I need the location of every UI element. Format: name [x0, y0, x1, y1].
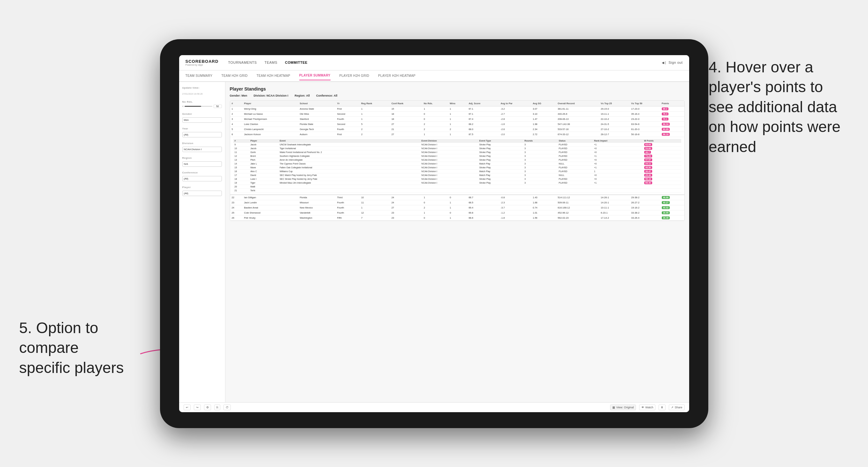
w-points-badge[interactable]: 30.47: [644, 170, 652, 173]
filters-row: Gender: Men Division: NCAA Division I Re…: [230, 94, 685, 97]
points-badge[interactable]: 68.18: [662, 133, 670, 136]
table-row: 4 Luke Clanton Florida State Second 5 27…: [230, 121, 684, 127]
filter-region: Region: All: [294, 94, 310, 97]
list-item: 16 Alex C Williams Cup NCAA Division I M…: [233, 169, 681, 173]
region-select[interactable]: N/A: [182, 161, 222, 167]
filter-button[interactable]: ⚙: [204, 405, 211, 410]
logo-area: SCOREBOARD Powered by clippi: [186, 59, 219, 66]
sidebar-player: Player (All): [182, 186, 222, 196]
conference-select[interactable]: (All): [182, 176, 222, 181]
nav-teams[interactable]: TEAMS: [265, 59, 277, 66]
toolbar: ↩ ↪ ⚙ ⎘ ⏱ ▦ View: Original 👁 Watch ⬇ ↗ S…: [179, 402, 689, 412]
col-vs25: Vs Top 25: [599, 101, 630, 106]
tablet-frame: SCOREBOARD Powered by clippi TOURNAMENTS…: [160, 39, 708, 428]
w-points-badge[interactable]: 25.36: [644, 174, 652, 177]
standings-table-wrapper: # Player School Yr Reg Rank Conf Rank No…: [230, 100, 685, 221]
w-points-badge[interactable]: 45.50: [644, 166, 652, 169]
year-select[interactable]: (All): [182, 132, 222, 137]
points-badge[interactable]: 48.68: [662, 196, 670, 199]
subnav-player-h2h-heatmap[interactable]: PLAYER H2H HEATMAP: [378, 71, 415, 80]
points-badge[interactable]: 88.2: [662, 107, 669, 110]
hover-popup-row: # Player Event Event Division Event Type…: [230, 137, 684, 195]
view-original-button[interactable]: ▦ View: Original: [610, 405, 636, 410]
w-points-badge[interactable]: 63.64: [644, 143, 652, 146]
nav-right: ◀ | Sign out: [662, 59, 683, 66]
share-icon: ↗: [671, 406, 674, 409]
w-points-badge[interactable]: 66.40: [644, 181, 652, 184]
col-player: Player: [243, 101, 298, 106]
tablet-screen: SCOREBOARD Powered by clippi TOURNAMENTS…: [179, 55, 689, 412]
main-content: Update time: 27/01/2024 16:56:26 No Rds.…: [179, 82, 689, 402]
sidebar-conference: Conference (All): [182, 171, 222, 181]
table-row: 23 Jack Lundin Missouri Fourth 11 24 0 1…: [230, 200, 684, 205]
col-wins: Wins: [448, 101, 467, 106]
points-badge[interactable]: 80.89: [662, 128, 670, 131]
standings-table: # Player School Yr Reg Rank Conf Rank No…: [230, 101, 684, 221]
w-points-badge[interactable]: 40.7: [644, 151, 651, 154]
sidebar-gender: Gender Men: [182, 113, 222, 123]
table-row: 1 Wenyi Ding Arizona State First 1 15 1 …: [230, 106, 684, 111]
list-item: 13 Pitch Amer An Intercollegiate NCAA Di…: [233, 158, 681, 162]
col-no-rds: No Rds.: [422, 101, 448, 106]
annotation-hover: 4. Hover over a player's points to see a…: [709, 57, 849, 157]
subnav-player-h2h-grid[interactable]: PLAYER H2H GRID: [340, 71, 369, 80]
col-overall: Overall Record: [556, 101, 599, 106]
clock-button[interactable]: ⏱: [223, 405, 231, 410]
col-reg-rank: Reg Rank: [360, 101, 390, 106]
filter-conference: Conference: All: [316, 94, 338, 97]
no-rds-input[interactable]: [214, 104, 222, 108]
slider-track[interactable]: [185, 106, 212, 107]
nav-separator: ◀ |: [662, 61, 666, 64]
subnav-team-h2h-grid[interactable]: TEAM H2H GRID: [221, 71, 248, 80]
points-badge[interactable]: 38.95: [662, 211, 670, 214]
points-badge[interactable]: 76.3: [662, 113, 669, 115]
list-item: 12 Brent Southern Highlands Collegiate N…: [233, 154, 681, 158]
redo-button[interactable]: ↪: [194, 405, 201, 410]
col-avg-sg: Avg SG: [531, 101, 556, 106]
division-select[interactable]: NCAA Division I: [182, 147, 222, 152]
sidebar-no-rds: No Rds. 4: [182, 100, 222, 108]
w-points-badge[interactable]: 73.23: [644, 155, 652, 157]
sign-out-link[interactable]: Sign out: [669, 59, 682, 66]
col-vs50: Vs Top 50: [629, 101, 660, 106]
points-badge[interactable]: 40.27: [662, 201, 670, 204]
table-row: 26 Petr Hruby Washington Fifth 7 23 0 1 …: [230, 215, 684, 220]
table-row: 6 Jackson Koivun Auburn First 2 27 1 1 8…: [230, 132, 684, 137]
sidebar-region: Region N/A: [182, 157, 222, 167]
share-button[interactable]: ↗ Share: [669, 405, 684, 410]
w-points-badge[interactable]: 97.57: [644, 158, 652, 161]
annotation-compare: 5. Option to compare specific players: [19, 318, 134, 378]
subnav-player-summary[interactable]: PLAYER SUMMARY: [299, 71, 331, 80]
content-area: Player Standings Gender: Men Division: N…: [225, 82, 689, 402]
table-row: 24 Bastien Amat New Mexico Fourth 1 27 2…: [230, 205, 684, 210]
download-button[interactable]: ⬇: [658, 405, 665, 410]
sidebar-year: Year (All): [182, 127, 222, 137]
logo-sub: Powered by clippi: [186, 64, 219, 66]
nav-committee[interactable]: COMMITTEE: [285, 59, 308, 66]
points-badge[interactable]: 70.1: [662, 118, 669, 121]
points-badge[interactable]: 40.02: [662, 206, 670, 209]
subnav: TEAM SUMMARY TEAM H2H GRID TEAM H2H HEAT…: [179, 70, 689, 82]
col-school: School: [298, 101, 335, 106]
points-badge[interactable]: 68.34: [662, 123, 670, 126]
list-item: 10 Jacob Tiger Invitational NCAA Divisio…: [233, 146, 681, 150]
watch-button[interactable]: 👁 Watch: [639, 405, 655, 410]
nav-tournaments[interactable]: TOURNAMENTS: [228, 59, 257, 66]
copy-button[interactable]: ⎘: [214, 405, 220, 410]
list-item: 19 Tiger Mirobel Maui Jim Intercollegiat…: [233, 181, 681, 185]
list-item: 18 Luke I SEC Stroke Play hosted by Jerr…: [233, 177, 681, 181]
nav-links: TOURNAMENTS TEAMS COMMITTEE: [228, 59, 661, 66]
w-points-badge[interactable]: 56.18: [644, 178, 652, 180]
list-item: 20 Mattl: [233, 185, 681, 188]
col-conf-rank: Conf Rank: [390, 101, 422, 106]
gender-select[interactable]: Men: [182, 117, 222, 123]
undo-button[interactable]: ↩: [184, 405, 191, 410]
w-points-badge[interactable]: 24.11: [644, 162, 652, 165]
filter-division: Division: NCAA Division I: [254, 94, 288, 97]
player-select[interactable]: (All): [182, 191, 222, 196]
w-points-badge[interactable]: 53.60: [644, 147, 652, 150]
points-badge[interactable]: 38.49: [662, 216, 670, 219]
table-row: 5 Christo Lamprecht Georgia Tech Fourth …: [230, 127, 684, 132]
subnav-team-h2h-heatmap[interactable]: TEAM H2H HEATMAP: [257, 71, 290, 80]
subnav-team-summary[interactable]: TEAM SUMMARY: [186, 71, 213, 80]
